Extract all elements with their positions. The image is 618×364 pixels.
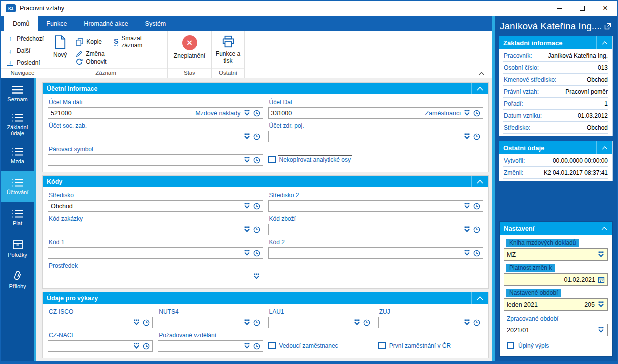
dropdown-icon[interactable]: [463, 250, 471, 256]
calendar-icon[interactable]: [598, 276, 605, 284]
kniha-mzdovych-dokladu-input[interactable]: MZ: [504, 248, 608, 261]
sidebar-item-seznam[interactable]: Seznam: [1, 78, 34, 110]
checkbox-label[interactable]: První zaměstnání v ČR: [389, 342, 451, 350]
dropdown-icon[interactable]: [463, 203, 471, 210]
dropdown-icon[interactable]: [243, 226, 251, 233]
ucet-dal-input[interactable]: 331000 Zaměstnanci: [268, 108, 484, 119]
history-clock-icon[interactable]: [253, 157, 260, 164]
dropdown-icon[interactable]: [243, 343, 251, 350]
prvni-zamestnani-checkbox[interactable]: [378, 342, 386, 350]
dropdown-icon[interactable]: [243, 203, 251, 210]
kod2-input[interactable]: [268, 248, 484, 259]
pozadovane-vzdelani-input[interactable]: [158, 340, 263, 352]
stredisko-input[interactable]: Obchod: [48, 200, 263, 212]
checkbox-label[interactable]: Nekopírovat analytické osy: [279, 156, 351, 164]
kod1-input[interactable]: [48, 248, 263, 259]
dropdown-icon[interactable]: [463, 226, 471, 233]
kod-zbozi-input[interactable]: [268, 224, 484, 236]
zuj-input[interactable]: [378, 317, 483, 328]
collapse-section-button[interactable]: [471, 292, 488, 304]
history-clock-icon[interactable]: [253, 203, 260, 210]
history-clock-icon[interactable]: [253, 226, 260, 234]
history-clock-icon[interactable]: [473, 226, 480, 234]
sidebar-item-plat[interactable]: Plat: [1, 202, 34, 234]
cz-isco-input[interactable]: [48, 317, 153, 328]
history-clock-icon[interactable]: [253, 110, 260, 117]
dropdown-icon[interactable]: [463, 320, 471, 326]
sidebar-item-polozky[interactable]: Položky: [1, 234, 34, 264]
history-clock-icon[interactable]: [253, 343, 260, 350]
collapse-section-button[interactable]: [471, 83, 488, 94]
tab-system[interactable]: Systém: [137, 16, 175, 31]
copy-button[interactable]: Kopie: [76, 35, 102, 49]
history-clock-icon[interactable]: [473, 134, 480, 140]
checkbox-label[interactable]: Úplný výpis: [518, 342, 549, 350]
close-button[interactable]: ×: [594, 1, 617, 16]
change-button[interactable]: Změna: [76, 50, 163, 58]
dropdown-icon[interactable]: [243, 320, 251, 326]
collapse-card-button[interactable]: [596, 142, 612, 154]
cz-nace-input[interactable]: [48, 340, 153, 352]
nekopirovat-checkbox[interactable]: [268, 156, 276, 164]
open-external-icon[interactable]: [604, 22, 612, 30]
dropdown-icon[interactable]: [597, 252, 605, 258]
next-record-button[interactable]: ↓Další: [5, 47, 46, 56]
sidebar-item-prilohy[interactable]: Přílohy: [1, 264, 34, 296]
nuts4-input[interactable]: [158, 317, 263, 328]
parovaci-symbol-input[interactable]: [48, 154, 263, 166]
dropdown-icon[interactable]: [243, 134, 251, 140]
zpracovane-obdobi-input[interactable]: 2021/01: [504, 324, 608, 336]
collapse-card-button[interactable]: [596, 222, 612, 235]
new-record-button[interactable]: Nový: [47, 33, 73, 68]
collapse-ribbon-button[interactable]: [478, 72, 485, 76]
tab-funkce[interactable]: Funkce: [38, 16, 75, 31]
dropdown-icon[interactable]: [243, 157, 251, 164]
ucet-soc-zab-input[interactable]: [48, 131, 263, 142]
dropdown-icon[interactable]: [353, 320, 361, 326]
dropdown-icon[interactable]: [133, 343, 140, 350]
lau1-input[interactable]: [268, 317, 373, 328]
delete-record-button[interactable]: S Smazat záznam: [114, 35, 163, 49]
refresh-button[interactable]: Obnovit: [76, 58, 163, 66]
last-record-button[interactable]: ↓Poslední: [5, 59, 46, 67]
history-clock-icon[interactable]: [473, 250, 480, 257]
history-clock-icon[interactable]: [143, 343, 150, 350]
tab-hromadne-akce[interactable]: Hromadné akce: [75, 16, 136, 31]
vedouci-zamestnanec-checkbox[interactable]: [268, 342, 276, 350]
collapse-card-button[interactable]: [596, 36, 612, 50]
dropdown-icon[interactable]: [243, 250, 251, 256]
sidebar-item-mzda[interactable]: Mzda: [1, 140, 34, 172]
checkbox-label[interactable]: Vedoucí zaměstnanec: [279, 342, 338, 350]
history-clock-icon[interactable]: [253, 134, 260, 140]
dropdown-icon[interactable]: [253, 274, 260, 280]
nastavene-obdobi-input[interactable]: leden 2021 205: [504, 298, 608, 311]
history-clock-icon[interactable]: [253, 250, 260, 257]
dropdown-icon[interactable]: [597, 302, 605, 308]
history-clock-icon[interactable]: [253, 320, 260, 326]
sidebar-item-uctovani[interactable]: Účtování: [1, 172, 34, 202]
invalidate-button[interactable]: × Zneplatnění: [171, 33, 208, 68]
dropdown-icon[interactable]: [463, 134, 471, 140]
tab-domu[interactable]: Domů: [4, 16, 38, 31]
dropdown-icon[interactable]: [597, 327, 605, 334]
platnost-zmen-input[interactable]: 01.02.2021: [504, 274, 608, 286]
history-clock-icon[interactable]: [143, 320, 150, 326]
collapse-section-button[interactable]: [471, 176, 488, 188]
previous-record-button[interactable]: ↑Předchozí: [5, 34, 46, 43]
kod-zakazky-input[interactable]: [48, 224, 263, 236]
dropdown-icon[interactable]: [133, 320, 140, 326]
dropdown-icon[interactable]: [243, 110, 251, 116]
ucet-zdr-poj-input[interactable]: [268, 131, 484, 142]
maximize-button[interactable]: [571, 1, 594, 16]
minimize-button[interactable]: [548, 1, 571, 16]
functions-print-button[interactable]: Funkce a tisk: [215, 33, 241, 68]
history-clock-icon[interactable]: [363, 320, 370, 326]
ucet-ma-dati-input[interactable]: 521000 Mzdové náklady: [48, 108, 263, 119]
dropdown-icon[interactable]: [463, 110, 471, 116]
stredisko2-input[interactable]: [268, 200, 484, 212]
history-clock-icon[interactable]: [473, 320, 480, 326]
history-clock-icon[interactable]: [473, 203, 480, 210]
history-clock-icon[interactable]: [473, 110, 480, 117]
prostredek-input[interactable]: [48, 271, 263, 282]
uplny-vypis-checkbox[interactable]: [507, 342, 514, 350]
